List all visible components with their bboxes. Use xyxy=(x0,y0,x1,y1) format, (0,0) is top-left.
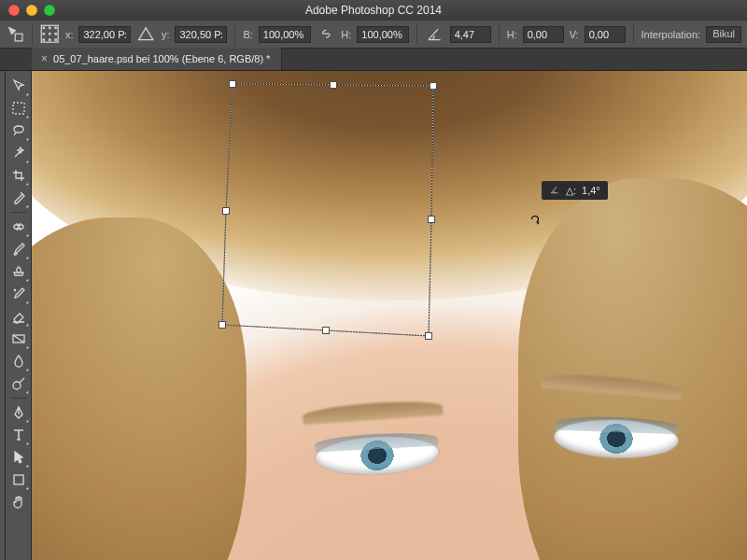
angle-field[interactable] xyxy=(450,26,491,43)
svg-rect-17 xyxy=(14,475,23,484)
spot-heal-tool[interactable] xyxy=(7,216,30,238)
height-pct-label: H: xyxy=(341,29,351,40)
close-window-button[interactable] xyxy=(8,5,20,16)
transform-handle-sw[interactable] xyxy=(218,321,226,329)
dodge-tool[interactable] xyxy=(7,372,30,395)
brush-tool[interactable] xyxy=(7,238,30,260)
transform-handle-nw[interactable] xyxy=(229,80,236,88)
transform-handle-s[interactable] xyxy=(322,327,330,334)
clone-stamp-tool[interactable] xyxy=(7,260,30,283)
svg-rect-5 xyxy=(55,27,58,30)
transform-handle-e[interactable] xyxy=(428,216,435,223)
window-controls xyxy=(8,5,55,16)
skew-h-label: H: xyxy=(507,29,517,40)
blur-tool[interactable] xyxy=(7,350,30,372)
svg-marker-12 xyxy=(139,28,153,40)
move-tool[interactable] xyxy=(7,75,30,97)
pen-tool[interactable] xyxy=(7,401,30,424)
svg-rect-6 xyxy=(43,33,46,35)
transform-tool-icon xyxy=(6,24,24,45)
y-label: y: xyxy=(162,29,170,40)
app-title: Adobe Photoshop CC 2014 xyxy=(0,4,747,17)
magic-wand-tool[interactable] xyxy=(7,142,30,164)
hand-tool[interactable] xyxy=(7,491,30,513)
interpolation-label: Interpolation: xyxy=(641,29,701,40)
eyedropper-tool[interactable] xyxy=(7,187,30,209)
skew-v-field[interactable] xyxy=(585,26,626,43)
angle-icon xyxy=(425,24,444,45)
transform-handle-se[interactable] xyxy=(425,332,432,340)
skew-h-field[interactable] xyxy=(523,26,564,43)
width-pct-field[interactable] xyxy=(259,26,311,43)
close-tab-icon[interactable]: × xyxy=(41,53,48,64)
window-titlebar: Adobe Photoshop CC 2014 xyxy=(0,0,747,21)
tools-panel xyxy=(6,71,32,560)
svg-rect-11 xyxy=(55,39,58,42)
marquee-tool[interactable] xyxy=(7,97,30,119)
angle-tooltip-prefix: △: xyxy=(566,185,576,197)
height-pct-field[interactable] xyxy=(357,26,409,43)
x-field[interactable] xyxy=(78,26,131,43)
svg-point-16 xyxy=(13,382,21,389)
interpolation-dropdown[interactable]: Bikul xyxy=(706,26,741,43)
svg-rect-7 xyxy=(49,33,51,35)
path-select-tool[interactable] xyxy=(7,446,30,469)
history-brush-tool[interactable] xyxy=(7,283,30,305)
link-icon[interactable] xyxy=(317,24,335,45)
document-canvas[interactable]: △: 1,4° xyxy=(32,71,747,560)
transform-handle-ne[interactable] xyxy=(430,82,437,90)
transform-angle-tooltip: △: 1,4° xyxy=(542,181,608,200)
angle-tooltip-icon xyxy=(549,184,560,197)
document-tab-label: 05_07_haare.psd bei 100% (Ebene 6, RGB/8… xyxy=(53,53,270,64)
canvas-image xyxy=(32,71,747,560)
crop-tool[interactable] xyxy=(7,164,30,187)
transform-handle-w[interactable] xyxy=(222,207,230,215)
document-tab-strip: × 05_07_haare.psd bei 100% (Ebene 6, RGB… xyxy=(0,49,747,71)
y-field[interactable] xyxy=(175,26,227,43)
minimize-window-button[interactable] xyxy=(26,5,37,16)
reference-point-icon[interactable] xyxy=(40,24,59,45)
rotate-cursor-icon xyxy=(529,213,542,226)
svg-rect-1 xyxy=(15,35,22,42)
x-label: x: xyxy=(65,29,74,40)
svg-rect-3 xyxy=(43,27,46,30)
width-pct-label: B: xyxy=(243,29,252,40)
svg-rect-10 xyxy=(49,39,51,42)
options-bar: x: y: B: H: H: V: Interpolation: Bikul xyxy=(0,21,747,49)
transform-handle-n[interactable] xyxy=(330,81,337,89)
type-tool[interactable] xyxy=(7,424,30,446)
svg-rect-9 xyxy=(43,39,46,42)
gradient-tool[interactable] xyxy=(7,328,30,350)
shape-tool[interactable] xyxy=(7,469,30,491)
skew-v-label: V: xyxy=(570,29,579,40)
delta-icon[interactable] xyxy=(136,24,155,45)
workspace: △: 1,4° xyxy=(0,71,747,560)
eraser-tool[interactable] xyxy=(7,305,30,328)
svg-rect-4 xyxy=(49,27,51,30)
svg-rect-8 xyxy=(55,33,58,35)
svg-rect-13 xyxy=(13,103,24,114)
angle-tooltip-value: 1,4° xyxy=(582,185,600,196)
lasso-tool[interactable] xyxy=(7,119,30,142)
zoom-window-button[interactable] xyxy=(44,5,55,16)
document-tab[interactable]: × 05_07_haare.psd bei 100% (Ebene 6, RGB… xyxy=(32,48,282,70)
